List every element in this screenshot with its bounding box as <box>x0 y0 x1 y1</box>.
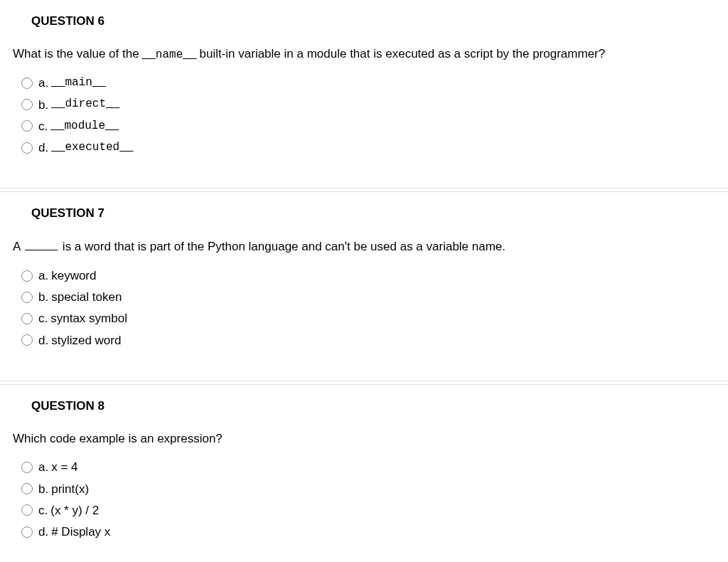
q8-radio-d[interactable] <box>21 526 33 538</box>
q7-text-a: keyword <box>51 266 96 285</box>
q6-letter-d: d. <box>38 138 48 157</box>
divider-1a <box>0 188 728 189</box>
q7-option-d: d. stylized word <box>21 331 728 350</box>
q8-option-d: d. # Display x <box>21 522 728 541</box>
q7-option-c: c. syntax symbol <box>21 309 728 328</box>
q7-letter-a: a. <box>38 266 48 285</box>
q7-text-b: special token <box>51 287 122 307</box>
divider-2a <box>0 381 728 381</box>
question-8-prompt: Which code example is an expression? <box>0 430 728 456</box>
q6-radio-c[interactable] <box>21 120 33 132</box>
q8-letter-b: b. <box>38 479 48 499</box>
q6-option-c: c. __module__ <box>21 117 728 136</box>
q7-letter-c: c. <box>38 309 48 328</box>
q6-letter-b: b. <box>38 95 48 115</box>
q6-prompt-pre: What is the value of the <box>13 46 139 63</box>
q6-option-b: b. __direct__ <box>21 95 728 115</box>
q7-prompt-pre: A <box>13 240 23 253</box>
question-6-options: a. __main__ b. __direct__ c. __module__ … <box>0 73 728 157</box>
question-7-header: QUESTION 7 <box>0 192 728 238</box>
q6-radio-d[interactable] <box>21 142 33 154</box>
q7-text-d: stylized word <box>51 331 121 350</box>
q8-option-c: c. (x * y) / 2 <box>21 501 728 520</box>
q8-option-b: b. print(x) <box>21 479 728 499</box>
question-8: QUESTION 8 Which code example is an expr… <box>0 385 728 562</box>
question-6: QUESTION 6 What is the value of the __na… <box>0 0 728 181</box>
q6-option-a: a. __main__ <box>21 73 728 92</box>
question-7-prompt: A is a word that is part of the Python l… <box>0 238 728 264</box>
q7-radio-b[interactable] <box>21 292 33 303</box>
question-8-header: QUESTION 8 <box>0 385 728 430</box>
question-8-options: a. x = 4 b. print(x) c. (x * y) / 2 d. #… <box>0 457 728 541</box>
q6-prompt-post: built-in variable in a module that is ex… <box>199 46 605 63</box>
q7-letter-d: d. <box>38 331 48 350</box>
q7-option-a: a. keyword <box>21 266 728 285</box>
q6-text-b: __direct__ <box>51 95 119 114</box>
q6-radio-b[interactable] <box>21 99 33 110</box>
q8-option-a: a. x = 4 <box>21 457 728 477</box>
q7-text-c: syntax symbol <box>50 309 127 328</box>
q8-radio-a[interactable] <box>21 462 33 473</box>
q6-letter-c: c. <box>38 117 48 136</box>
q8-letter-c: c. <box>38 501 48 520</box>
q8-text-c: (x * y) / 2 <box>50 501 99 520</box>
q6-text-d: __executed__ <box>51 139 133 157</box>
q8-radio-b[interactable] <box>21 483 33 494</box>
q8-text-d: # Display x <box>51 522 110 541</box>
q7-letter-b: b. <box>38 287 48 307</box>
question-6-header: QUESTION 6 <box>0 0 728 46</box>
q8-text-b: print(x) <box>51 479 89 499</box>
q7-blank <box>25 238 58 250</box>
q6-letter-a: a. <box>38 73 48 92</box>
question-6-prompt: What is the value of the __name__ built-… <box>0 46 728 71</box>
q7-prompt-post: is a word that is part of the Python lan… <box>59 240 505 253</box>
q6-option-d: d. __executed__ <box>21 138 728 157</box>
question-7: QUESTION 7 A is a word that is part of t… <box>0 192 728 373</box>
q7-option-b: b. special token <box>21 287 728 307</box>
q6-prompt-code: __name__ <box>142 47 197 63</box>
q6-radio-a[interactable] <box>21 78 33 89</box>
q7-radio-d[interactable] <box>21 334 33 346</box>
q8-letter-d: d. <box>38 522 48 541</box>
q7-radio-a[interactable] <box>21 270 33 282</box>
q7-radio-c[interactable] <box>21 313 33 324</box>
q8-radio-c[interactable] <box>21 504 33 516</box>
q6-text-c: __module__ <box>50 117 119 136</box>
q6-text-a: __main__ <box>51 74 106 92</box>
q8-letter-a: a. <box>38 457 48 477</box>
question-7-options: a. keyword b. special token c. syntax sy… <box>0 266 728 350</box>
q8-text-a: x = 4 <box>51 457 77 477</box>
